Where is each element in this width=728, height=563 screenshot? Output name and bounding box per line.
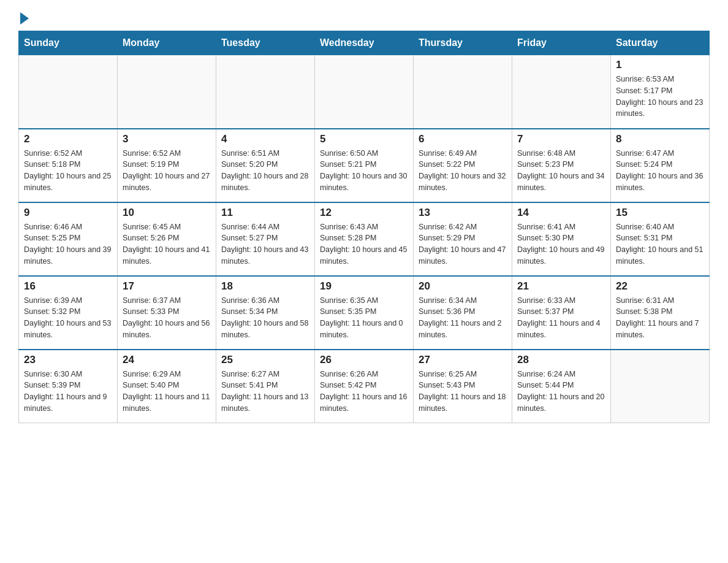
calendar-cell: 15Sunrise: 6:40 AMSunset: 5:31 PMDayligh… [611,202,710,276]
day-info: Sunrise: 6:35 AMSunset: 5:35 PMDaylight:… [320,295,408,341]
calendar-week-row: 23Sunrise: 6:30 AMSunset: 5:39 PMDayligh… [19,350,710,423]
calendar-cell [315,55,414,129]
day-number: 14 [517,207,605,219]
day-number: 4 [221,133,309,145]
day-number: 25 [221,354,309,366]
day-number: 16 [24,280,112,293]
day-number: 17 [123,280,211,293]
day-number: 27 [419,354,507,366]
calendar-cell: 13Sunrise: 6:42 AMSunset: 5:29 PMDayligh… [414,202,512,276]
day-info: Sunrise: 6:44 AMSunset: 5:27 PMDaylight:… [221,221,309,267]
weekday-header-monday: Monday [118,31,216,55]
day-info: Sunrise: 6:53 AMSunset: 5:17 PMDaylight:… [616,74,704,120]
calendar-cell: 11Sunrise: 6:44 AMSunset: 5:27 PMDayligh… [216,202,315,276]
calendar-cell: 12Sunrise: 6:43 AMSunset: 5:28 PMDayligh… [315,202,414,276]
calendar-cell: 10Sunrise: 6:45 AMSunset: 5:26 PMDayligh… [118,202,216,276]
day-number: 18 [221,280,309,293]
page-header [18,12,710,25]
day-info: Sunrise: 6:25 AMSunset: 5:43 PMDaylight:… [419,369,507,415]
logo-general-text [18,12,29,25]
day-info: Sunrise: 6:52 AMSunset: 5:18 PMDaylight:… [24,148,112,194]
calendar-cell: 22Sunrise: 6:31 AMSunset: 5:38 PMDayligh… [611,276,710,350]
day-info: Sunrise: 6:37 AMSunset: 5:33 PMDaylight:… [123,295,211,341]
day-number: 21 [517,280,605,293]
day-info: Sunrise: 6:33 AMSunset: 5:37 PMDaylight:… [517,295,605,341]
calendar-cell: 6Sunrise: 6:49 AMSunset: 5:22 PMDaylight… [414,129,512,202]
day-number: 12 [320,207,408,219]
day-number: 8 [616,133,704,145]
day-number: 28 [517,354,605,366]
calendar-cell [512,55,611,129]
day-info: Sunrise: 6:51 AMSunset: 5:20 PMDaylight:… [221,148,309,194]
calendar-cell [414,55,512,129]
day-info: Sunrise: 6:48 AMSunset: 5:23 PMDaylight:… [517,148,605,194]
calendar-table: SundayMondayTuesdayWednesdayThursdayFrid… [18,31,710,423]
day-number: 1 [616,59,704,71]
calendar-cell: 14Sunrise: 6:41 AMSunset: 5:30 PMDayligh… [512,202,611,276]
day-info: Sunrise: 6:43 AMSunset: 5:28 PMDaylight:… [320,221,408,267]
calendar-cell: 18Sunrise: 6:36 AMSunset: 5:34 PMDayligh… [216,276,315,350]
calendar-cell: 23Sunrise: 6:30 AMSunset: 5:39 PMDayligh… [19,350,118,423]
day-info: Sunrise: 6:41 AMSunset: 5:30 PMDaylight:… [517,221,605,267]
day-info: Sunrise: 6:47 AMSunset: 5:24 PMDaylight:… [616,148,704,194]
calendar-week-row: 9Sunrise: 6:46 AMSunset: 5:25 PMDaylight… [19,202,710,276]
day-info: Sunrise: 6:36 AMSunset: 5:34 PMDaylight:… [221,295,309,341]
weekday-header-saturday: Saturday [611,31,710,55]
calendar-cell: 4Sunrise: 6:51 AMSunset: 5:20 PMDaylight… [216,129,315,202]
day-info: Sunrise: 6:27 AMSunset: 5:41 PMDaylight:… [221,369,309,415]
weekday-header-tuesday: Tuesday [216,31,315,55]
day-info: Sunrise: 6:39 AMSunset: 5:32 PMDaylight:… [24,295,112,341]
calendar-cell: 5Sunrise: 6:50 AMSunset: 5:21 PMDaylight… [315,129,414,202]
day-info: Sunrise: 6:50 AMSunset: 5:21 PMDaylight:… [320,148,408,194]
weekday-header-wednesday: Wednesday [315,31,414,55]
day-info: Sunrise: 6:24 AMSunset: 5:44 PMDaylight:… [517,369,605,415]
day-number: 13 [419,207,507,219]
day-number: 26 [320,354,408,366]
calendar-cell: 25Sunrise: 6:27 AMSunset: 5:41 PMDayligh… [216,350,315,423]
day-info: Sunrise: 6:26 AMSunset: 5:42 PMDaylight:… [320,369,408,415]
day-number: 23 [24,354,112,366]
calendar-cell: 28Sunrise: 6:24 AMSunset: 5:44 PMDayligh… [512,350,611,423]
logo [18,12,29,25]
calendar-cell: 16Sunrise: 6:39 AMSunset: 5:32 PMDayligh… [19,276,118,350]
day-info: Sunrise: 6:29 AMSunset: 5:40 PMDaylight:… [123,369,211,415]
calendar-cell: 3Sunrise: 6:52 AMSunset: 5:19 PMDaylight… [118,129,216,202]
day-info: Sunrise: 6:42 AMSunset: 5:29 PMDaylight:… [419,221,507,267]
day-number: 11 [221,207,309,219]
calendar-cell: 2Sunrise: 6:52 AMSunset: 5:18 PMDaylight… [19,129,118,202]
calendar-cell [611,350,710,423]
calendar-week-row: 16Sunrise: 6:39 AMSunset: 5:32 PMDayligh… [19,276,710,350]
day-number: 2 [24,133,112,145]
day-number: 9 [24,207,112,219]
weekday-header-row: SundayMondayTuesdayWednesdayThursdayFrid… [19,31,710,55]
calendar-cell: 26Sunrise: 6:26 AMSunset: 5:42 PMDayligh… [315,350,414,423]
day-number: 10 [123,207,211,219]
calendar-cell [19,55,118,129]
day-number: 6 [419,133,507,145]
day-info: Sunrise: 6:46 AMSunset: 5:25 PMDaylight:… [24,221,112,267]
day-number: 15 [616,207,704,219]
day-info: Sunrise: 6:31 AMSunset: 5:38 PMDaylight:… [616,295,704,341]
day-info: Sunrise: 6:34 AMSunset: 5:36 PMDaylight:… [419,295,507,341]
calendar-cell: 19Sunrise: 6:35 AMSunset: 5:35 PMDayligh… [315,276,414,350]
day-info: Sunrise: 6:49 AMSunset: 5:22 PMDaylight:… [419,148,507,194]
weekday-header-friday: Friday [512,31,611,55]
calendar-cell: 27Sunrise: 6:25 AMSunset: 5:43 PMDayligh… [414,350,512,423]
calendar-cell: 21Sunrise: 6:33 AMSunset: 5:37 PMDayligh… [512,276,611,350]
calendar-week-row: 1Sunrise: 6:53 AMSunset: 5:17 PMDaylight… [19,55,710,129]
day-number: 19 [320,280,408,293]
calendar-cell: 24Sunrise: 6:29 AMSunset: 5:40 PMDayligh… [118,350,216,423]
logo-arrow-icon [20,12,29,25]
day-info: Sunrise: 6:30 AMSunset: 5:39 PMDaylight:… [24,369,112,415]
day-number: 7 [517,133,605,145]
calendar-cell: 9Sunrise: 6:46 AMSunset: 5:25 PMDaylight… [19,202,118,276]
calendar-cell: 17Sunrise: 6:37 AMSunset: 5:33 PMDayligh… [118,276,216,350]
weekday-header-thursday: Thursday [414,31,512,55]
calendar-week-row: 2Sunrise: 6:52 AMSunset: 5:18 PMDaylight… [19,129,710,202]
calendar-cell: 20Sunrise: 6:34 AMSunset: 5:36 PMDayligh… [414,276,512,350]
weekday-header-sunday: Sunday [19,31,118,55]
calendar-cell [216,55,315,129]
day-number: 22 [616,280,704,293]
day-number: 3 [123,133,211,145]
calendar-cell: 8Sunrise: 6:47 AMSunset: 5:24 PMDaylight… [611,129,710,202]
